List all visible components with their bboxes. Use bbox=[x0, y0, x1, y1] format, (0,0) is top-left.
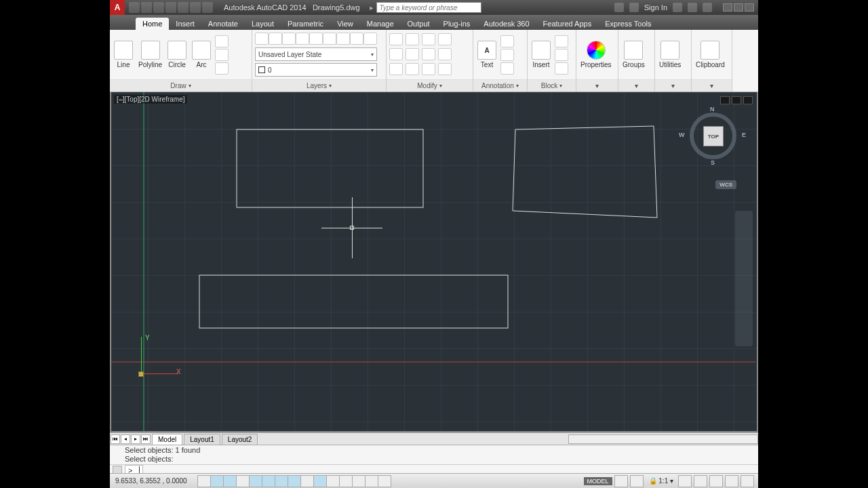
layer-btn-9[interactable] bbox=[363, 33, 377, 45]
osnap-toggle[interactable] bbox=[262, 475, 275, 487]
qat-undo-icon[interactable] bbox=[190, 2, 201, 13]
arc-button[interactable]: Arc bbox=[191, 39, 212, 70]
status-ws-icon[interactable] bbox=[678, 475, 692, 487]
3dosnap-toggle[interactable] bbox=[275, 475, 288, 487]
otrack-toggle[interactable] bbox=[288, 475, 301, 487]
explode-button[interactable] bbox=[438, 48, 452, 60]
tab-model[interactable]: Model bbox=[152, 434, 182, 445]
dim-button[interactable] bbox=[500, 35, 514, 47]
erase-button[interactable] bbox=[438, 33, 452, 45]
vp-maximize[interactable] bbox=[732, 96, 741, 104]
lwt-toggle[interactable] bbox=[326, 475, 340, 487]
fillet-button[interactable] bbox=[422, 48, 435, 60]
panel-modify-title[interactable]: Modify bbox=[387, 79, 473, 92]
draw-extra-3[interactable] bbox=[215, 62, 229, 75]
layout-prev[interactable]: ◂ bbox=[121, 434, 130, 444]
navigation-bar[interactable] bbox=[735, 211, 753, 346]
insert-block-button[interactable]: Insert bbox=[530, 39, 552, 70]
copy-button[interactable] bbox=[389, 48, 403, 60]
tab-layout2[interactable]: Layout2 bbox=[222, 434, 258, 445]
groups-button[interactable]: Groups bbox=[621, 39, 646, 70]
user-icon[interactable] bbox=[629, 3, 639, 12]
layer-btn-6[interactable] bbox=[323, 33, 336, 45]
close-button[interactable] bbox=[745, 3, 754, 12]
search-input[interactable] bbox=[376, 2, 481, 13]
qat-open-icon[interactable] bbox=[141, 2, 152, 13]
viewcube-s[interactable]: S bbox=[711, 159, 715, 166]
layer-state-combo[interactable]: Unsaved Layer State bbox=[255, 47, 377, 61]
circle-button[interactable]: Circle bbox=[166, 39, 188, 70]
infocenter-icon[interactable] bbox=[614, 3, 624, 12]
qat-new-icon[interactable] bbox=[129, 2, 140, 13]
viewcube[interactable]: TOP N E S W bbox=[684, 107, 742, 165]
panel-props-drop[interactable]: ▾ bbox=[576, 79, 618, 92]
qp-toggle[interactable] bbox=[352, 475, 366, 487]
tab-autodesk360[interactable]: Autodesk 360 bbox=[477, 18, 536, 30]
tab-plugins[interactable]: Plug-ins bbox=[437, 18, 477, 30]
panel-annotation-title[interactable]: Annotation bbox=[473, 79, 527, 92]
layer-btn-2[interactable] bbox=[269, 33, 282, 45]
tab-manage[interactable]: Manage bbox=[360, 18, 401, 30]
layer-current-combo[interactable]: 0 bbox=[255, 63, 377, 77]
vp-minimize[interactable] bbox=[720, 96, 730, 104]
rotate-button[interactable] bbox=[406, 33, 419, 45]
panel-draw-title[interactable]: Draw bbox=[110, 79, 252, 92]
layer-btn-3[interactable] bbox=[282, 33, 296, 45]
table-button[interactable] bbox=[500, 62, 514, 75]
tab-annotate[interactable]: Annotate bbox=[201, 18, 245, 30]
tab-express[interactable]: Express Tools bbox=[598, 18, 658, 30]
hscrollbar[interactable] bbox=[568, 434, 758, 444]
ducs-toggle[interactable] bbox=[300, 475, 314, 487]
qat-print-icon[interactable] bbox=[178, 2, 189, 13]
anno-scale[interactable]: 🔒 1:1 ▾ bbox=[646, 477, 676, 485]
trim-button[interactable] bbox=[422, 33, 435, 45]
qat-saveas-icon[interactable] bbox=[165, 2, 176, 13]
tab-view[interactable]: View bbox=[330, 18, 360, 30]
tab-home[interactable]: Home bbox=[136, 18, 169, 30]
minimize-button[interactable] bbox=[723, 3, 732, 12]
dyn-toggle[interactable] bbox=[313, 475, 327, 487]
block-edit-button[interactable] bbox=[555, 49, 568, 61]
viewport-label[interactable]: [‒][Top][2D Wireframe] bbox=[114, 95, 187, 104]
utilities-button[interactable]: Utilities bbox=[658, 39, 682, 70]
status-iso-icon[interactable] bbox=[725, 475, 738, 487]
status-hw-icon[interactable] bbox=[709, 475, 723, 487]
qat-save-icon[interactable] bbox=[153, 2, 164, 13]
tab-output[interactable]: Output bbox=[401, 18, 437, 30]
layout-next[interactable]: ▸ bbox=[131, 434, 140, 444]
scale-button[interactable] bbox=[406, 63, 419, 75]
status-lock-icon[interactable] bbox=[694, 475, 707, 487]
leader-button[interactable] bbox=[500, 49, 514, 61]
layout-first[interactable]: ⏮ bbox=[111, 434, 120, 444]
sign-in-button[interactable]: Sign In bbox=[644, 3, 667, 12]
maximize-button[interactable] bbox=[734, 3, 743, 12]
layer-btn-4[interactable] bbox=[296, 33, 309, 45]
layer-btn-5[interactable] bbox=[309, 33, 323, 45]
panel-utilities-drop[interactable]: ▾ bbox=[655, 79, 691, 92]
panel-block-title[interactable]: Block bbox=[528, 79, 576, 92]
ortho-toggle[interactable] bbox=[236, 475, 250, 487]
coordinates[interactable]: 9.6533, 6.3552 , 0.0000 bbox=[110, 477, 198, 485]
qat-redo-icon[interactable] bbox=[202, 2, 213, 13]
draw-extra-1[interactable] bbox=[215, 35, 229, 47]
viewcube-face[interactable]: TOP bbox=[703, 126, 724, 146]
tab-insert[interactable]: Insert bbox=[169, 18, 201, 30]
grid-toggle[interactable] bbox=[223, 475, 237, 487]
mirror-button[interactable] bbox=[406, 48, 419, 60]
panel-groups-drop[interactable]: ▾ bbox=[618, 79, 654, 92]
vp-close[interactable] bbox=[743, 96, 753, 104]
cloud-icon[interactable] bbox=[688, 3, 697, 12]
viewcube-n[interactable]: N bbox=[710, 106, 715, 113]
tab-parametric[interactable]: Parametric bbox=[281, 18, 330, 30]
properties-button[interactable]: Properties bbox=[579, 39, 613, 70]
help-icon[interactable] bbox=[703, 3, 712, 12]
model-space-badge[interactable]: MODEL bbox=[584, 477, 612, 485]
clipboard-button[interactable]: Clipboard bbox=[694, 39, 726, 70]
block-attr-button[interactable] bbox=[555, 62, 568, 75]
draw-extra-2[interactable] bbox=[215, 49, 229, 61]
stretch-button[interactable] bbox=[389, 63, 403, 75]
search-box[interactable] bbox=[376, 2, 481, 13]
tab-layout[interactable]: Layout bbox=[245, 18, 281, 30]
polar-toggle[interactable] bbox=[249, 475, 262, 487]
infer-toggle[interactable] bbox=[197, 475, 211, 487]
